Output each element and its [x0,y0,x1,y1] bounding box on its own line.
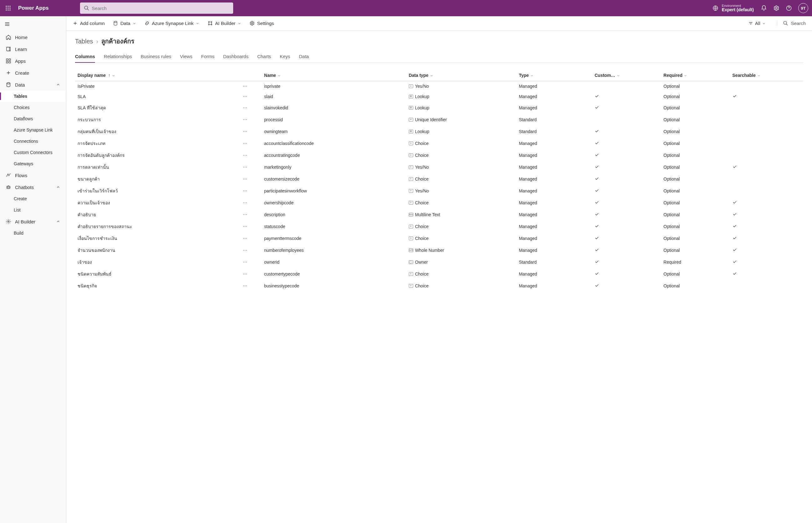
row-more-icon[interactable]: ⋯ [243,141,248,146]
tab-forms[interactable]: Forms [201,52,215,62]
nav-build[interactable]: Build [0,228,66,239]
nav-azure-synapse-link[interactable]: Azure Synapse Link [0,124,66,136]
cell-custom [592,173,661,185]
cell-data-type: ≡Choice [406,138,516,149]
row-more-icon[interactable]: ⋯ [243,236,248,241]
user-avatar[interactable]: 9T [798,3,808,13]
tab-columns[interactable]: Columns [75,52,95,63]
row-more-icon[interactable]: ⋯ [243,224,248,229]
grid-row[interactable]: จำนวนของพนักงาน⋯numberofemployees123Whol… [75,244,803,256]
cell-name: customertypecode [262,268,406,280]
tab-dashboards[interactable]: Dashboards [223,52,248,62]
row-more-icon[interactable]: ⋯ [243,129,248,134]
grid-row[interactable]: ความเป็นเจ้าของ⋯ownershipcode≡ChoiceMana… [75,197,803,209]
nav-toggle[interactable] [0,18,66,31]
app-brand[interactable]: Power Apps [18,5,49,11]
row-more-icon[interactable]: ⋯ [243,117,248,122]
add-column-button[interactable]: Add column [72,21,105,26]
row-more-icon[interactable]: ⋯ [243,283,248,288]
sort-asc-icon: ↑ [108,73,110,78]
notifications-icon[interactable] [761,5,767,11]
tab-relationships[interactable]: Relationships [104,52,132,62]
row-more-icon[interactable]: ⋯ [243,94,248,99]
header-data-type[interactable]: Data type [406,70,516,81]
grid-row[interactable]: กลุ่มคนที่เป็นเจ้าของ⋯owningteam⊞LookupS… [75,126,803,138]
grid-row[interactable]: IsPrivate⋯isprivate≡Yes/NoManagedOptiona… [75,81,803,92]
grid-row[interactable]: คำอธิบาย⋯descriptionAbcMultiline TextMan… [75,209,803,220]
environment-picker[interactable]: Environment Expert (default) [712,4,754,12]
header-custom[interactable]: Custom… [592,70,661,81]
nav-connections[interactable]: Connections [0,136,66,147]
header-required[interactable]: Required [661,70,730,81]
tab-views[interactable]: Views [180,52,193,62]
grid-row[interactable]: SLA ที่ใช้ล่าสุด⋯slainvokedid⊞LookupMana… [75,102,803,114]
svg-point-17 [7,83,10,84]
nav-flows[interactable]: Flows [0,169,66,181]
grid-row[interactable]: การจัดประเภท⋯accountclassificationcode≡C… [75,138,803,149]
grid-row[interactable]: เข้าร่วมในเวิร์กโฟลว์⋯participatesinwork… [75,185,803,197]
nav-create[interactable]: Create [0,193,66,204]
nav-data[interactable]: Data [0,79,66,91]
row-more-icon[interactable]: ⋯ [243,271,248,276]
grid-row[interactable]: การจัดอันดับลูกค้าองค์กร⋯accountratingco… [75,149,803,161]
nav-chatbots[interactable]: Chatbots [0,181,66,193]
nav-gateways[interactable]: Gateways [0,158,66,169]
grid-row[interactable]: ขนาดลูกค้า⋯customersizecode≡ChoiceManage… [75,173,803,185]
row-more-icon[interactable]: ⋯ [243,165,248,170]
row-more-icon[interactable]: ⋯ [243,84,248,89]
help-icon[interactable] [786,5,792,11]
grid-row[interactable]: ชนิดความสัมพันธ์⋯customertypecode≡Choice… [75,268,803,280]
grid-row[interactable]: คำอธิบายรายการของสถานะ⋯statuscode≡Choice… [75,220,803,232]
row-more-icon[interactable]: ⋯ [243,188,248,193]
cell-name: statuscode [262,220,406,232]
row-more-icon[interactable]: ⋯ [243,153,248,158]
header-searchable[interactable]: Searchable [730,70,803,81]
synapse-link-menu[interactable]: Azure Synapse Link [144,21,199,26]
settings-button[interactable]: Settings [249,21,274,26]
nav-learn[interactable]: Learn [0,43,66,55]
cell-name: businesstypecode [262,280,406,292]
row-more-icon[interactable]: ⋯ [243,212,248,217]
nav-create[interactable]: Create [0,67,66,79]
grid-row[interactable]: กระบวนการ⋯processid⋄Unique IdentifierSta… [75,114,803,126]
header-name[interactable]: Name [262,70,406,81]
row-more-icon[interactable]: ⋯ [243,200,248,205]
nav-custom-connectors[interactable]: Custom Connectors [0,147,66,158]
nav-tables[interactable]: Tables [0,91,66,102]
grid-row[interactable]: ชนิดธุรกิจ⋯businesstypecode≡ChoiceManage… [75,280,803,292]
row-more-icon[interactable]: ⋯ [243,105,248,110]
grid-row[interactable]: การตลาดเท่านั้น⋯marketingonly≡Yes/NoMana… [75,161,803,173]
header-type[interactable]: Type [516,70,592,81]
tab-data[interactable]: Data [299,52,309,62]
tab-keys[interactable]: Keys [280,52,290,62]
tab-charts[interactable]: Charts [257,52,271,62]
data-menu[interactable]: Data [113,21,136,26]
nav-dataflows[interactable]: Dataflows [0,113,66,124]
nav-home[interactable]: Home [0,31,66,43]
nav-list[interactable]: List [0,204,66,216]
tab-business-rules[interactable]: Business rules [141,52,171,62]
grid-row[interactable]: SLA⋯slaid⊞LookupManagedOptional [75,91,803,102]
nav-ai-builder[interactable]: AI Builder [0,216,66,228]
nav-apps[interactable]: Apps [0,55,66,67]
grid-search[interactable]: Search [777,21,806,26]
header-display-name[interactable]: Display name ↑ [75,70,240,81]
view-filter[interactable]: All [745,21,769,26]
global-search-input[interactable] [92,6,229,11]
cell-custom [592,185,661,197]
grid-row[interactable]: เงื่อนไขการชำระเงิน⋯paymenttermscode≡Cho… [75,232,803,244]
environment-label: Environment [722,4,754,7]
settings-icon[interactable] [773,5,779,11]
svg-rect-13 [6,59,8,60]
nav-choices[interactable]: Choices [0,102,66,113]
row-more-icon[interactable]: ⋯ [243,177,248,181]
global-search[interactable] [80,2,233,14]
grid-row[interactable]: เจ้าของ⋯ownerid◯OwnerStandardRequired [75,256,803,268]
breadcrumb-root[interactable]: Tables [75,38,93,45]
row-more-icon[interactable]: ⋯ [243,248,248,253]
cell-display-name: เข้าร่วมในเวิร์กโฟลว์ [75,185,240,197]
cell-display-name: การตลาดเท่านั้น [75,161,240,173]
ai-builder-menu[interactable]: AI Builder [208,21,241,26]
waffle-icon[interactable] [4,4,13,13]
row-more-icon[interactable]: ⋯ [243,259,248,265]
